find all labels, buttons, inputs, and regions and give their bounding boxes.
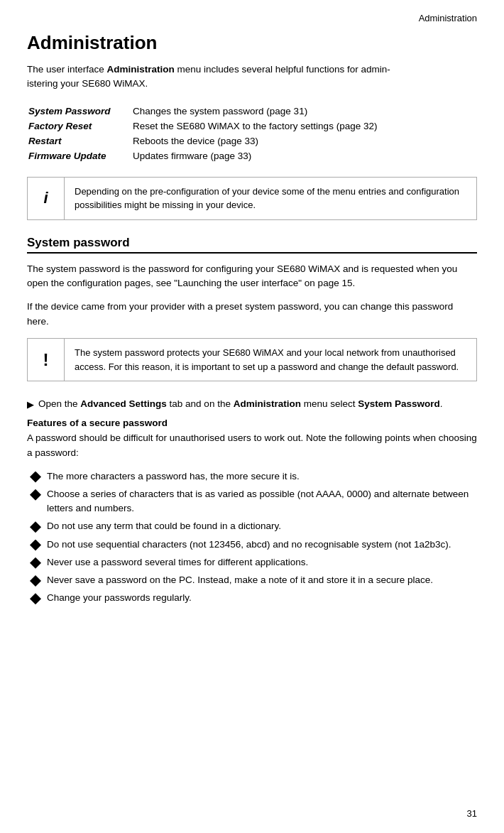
list-item: The more characters a password has, the …	[27, 469, 477, 484]
bullet-diamond-icon	[30, 521, 41, 533]
info-box: i Depending on the pre-configuration of …	[27, 177, 477, 220]
intro-paragraph: The user interface Administration menu i…	[27, 62, 477, 92]
list-item-text: Never use a password several times for d…	[47, 555, 308, 570]
list-item-text: Change your passwords regularly.	[47, 591, 192, 605]
menu-row: Factory ResetReset the SE680 WiMAX to th…	[28, 119, 476, 133]
menu-description: Updates firmware (page 33)	[133, 149, 476, 163]
menu-term: Firmware Update	[28, 149, 131, 163]
bullet-list: The more characters a password has, the …	[27, 469, 477, 606]
warning-text: The system password protects your SE680 …	[65, 339, 476, 381]
action-item: ▶ Open the Advanced Settings tab and on …	[27, 397, 477, 412]
bullet-diamond-icon	[30, 472, 41, 483]
list-item: Do not use any term that could be found …	[27, 519, 477, 533]
page-header: Administration	[27, 13, 477, 25]
list-item-text: Never save a password on the PC. Instead…	[47, 573, 433, 587]
menu-term: Factory Reset	[28, 119, 131, 133]
section1-para1: The system password is the password for …	[27, 262, 477, 292]
page-number: 31	[467, 808, 477, 819]
menu-description: Changes the system password (page 31)	[133, 104, 476, 118]
menu-description: Reset the SE680 WiMAX to the factory set…	[133, 119, 476, 133]
list-item: Never save a password on the PC. Instead…	[27, 573, 477, 587]
features-title: Features of a secure password	[27, 418, 477, 428]
list-item: Never use a password several times for d…	[27, 555, 477, 570]
menu-description: Reboots the device (page 33)	[133, 134, 476, 148]
menu-row: System PasswordChanges the system passwo…	[28, 104, 476, 118]
menu-term: Restart	[28, 134, 131, 148]
list-item-text: Choose a series of characters that is as…	[47, 487, 477, 516]
list-item: Do not use sequential characters (not 12…	[27, 538, 477, 552]
menu-table: System PasswordChanges the system passwo…	[27, 103, 477, 164]
section1-para2: If the device came from your provider wi…	[27, 300, 477, 330]
bullet-diamond-icon	[30, 557, 41, 569]
info-icon: i	[28, 178, 65, 219]
features-intro: A password should be difficult for unaut…	[27, 431, 477, 461]
list-item: Change your passwords regularly.	[27, 591, 477, 605]
menu-row: RestartReboots the device (page 33)	[28, 134, 476, 148]
info-text: Depending on the pre-configuration of yo…	[65, 178, 476, 219]
intro-before: The user interface	[27, 64, 107, 75]
list-item-text: Do not use any term that could be found …	[47, 519, 281, 533]
list-item-text: Do not use sequential characters (not 12…	[47, 538, 451, 552]
list-item: Choose a series of characters that is as…	[27, 487, 477, 516]
action-arrow: ▶	[27, 398, 34, 412]
list-item-text: The more characters a password has, the …	[47, 469, 300, 484]
section1-title: System password	[27, 236, 477, 254]
bullet-diamond-icon	[30, 540, 41, 551]
menu-term: System Password	[28, 104, 131, 118]
warning-box: ! The system password protects your SE68…	[27, 338, 477, 381]
bullet-diamond-icon	[30, 593, 41, 604]
menu-row: Firmware UpdateUpdates firmware (page 33…	[28, 149, 476, 163]
bullet-diamond-icon	[30, 489, 41, 501]
warning-icon: !	[28, 339, 65, 381]
bullet-diamond-icon	[30, 575, 41, 587]
page-title: Administration	[27, 32, 477, 54]
header-title: Administration	[419, 13, 477, 23]
intro-bold: Administration	[107, 64, 175, 75]
action-text: Open the Advanced Settings tab and on th…	[38, 397, 443, 411]
